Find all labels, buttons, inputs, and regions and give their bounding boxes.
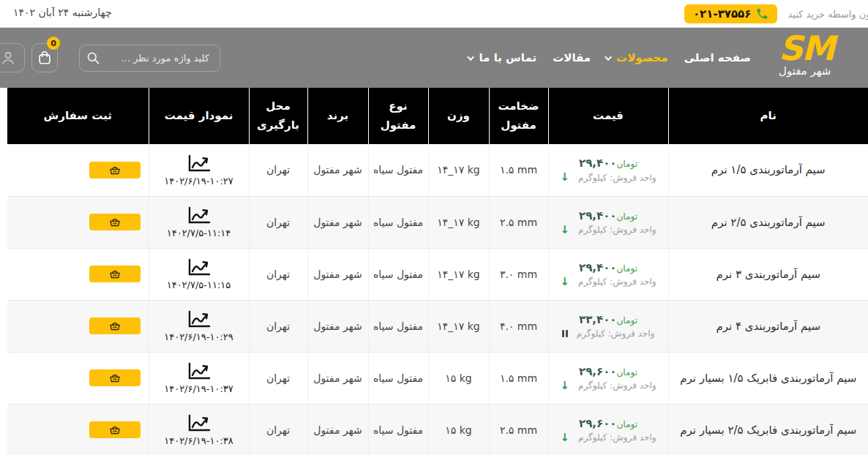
line-chart-icon — [185, 257, 213, 277]
price-chart-link[interactable]: ۱۴۰۲/۶/۱۹-۱۰:۳۷ — [152, 361, 246, 394]
chart-date: ۱۴۰۲/۷/۵-۱۱:۱۵ — [167, 279, 231, 290]
product-thickness: ۱.۵ mm — [489, 352, 548, 404]
price-chart-link[interactable]: ۱۴۰۲/۷/۵-۱۱:۱۵ — [152, 257, 246, 290]
logo-mark: SM — [779, 31, 868, 66]
product-name: سیم آرماتوربندی ۲/۵ نرم — [668, 196, 868, 248]
product-brand: شهر مفتول — [307, 144, 368, 196]
add-to-cart-button[interactable] — [89, 317, 141, 334]
product-type: مفتول سیاه — [368, 300, 428, 352]
header-type: نوع مفتول — [368, 88, 428, 144]
nav-item-products-label: محصولات — [616, 51, 668, 64]
product-type: مفتول سیاه — [368, 248, 428, 300]
header-chart: نمودار قیمت — [149, 88, 249, 144]
header-name: نام — [668, 88, 868, 144]
product-type: مفتول سیاه — [368, 144, 428, 196]
product-thickness: ۴.۰ mm — [489, 300, 548, 352]
chart-date: ۱۴۰۲/۶/۱۹-۱۰:۳۷ — [164, 383, 233, 394]
unit-label: واحد فروش: کیلوگرم — [578, 225, 656, 235]
trend-down-icon: ↓ — [560, 380, 569, 391]
product-weight: ۱۴_۱۷ kg — [428, 300, 489, 352]
price-value: ۲۹,۶۰۰ — [579, 417, 616, 430]
topbar-right: بدون واسطه خرید کنید ۰۲۱-۳۷۵۵۶ — [684, 0, 868, 28]
product-location: تهران — [249, 196, 307, 248]
trend-down-icon: ↓ — [560, 225, 569, 236]
person-icon — [0, 49, 17, 67]
line-chart-icon — [185, 413, 213, 433]
products-table-body: سیم آرماتوربندی ۱/۵ نرم تومان ۲۹,۴۰۰ واح… — [7, 144, 868, 455]
unit-label: واحد فروش: کیلوگرم — [578, 380, 656, 391]
price-value: ۲۹,۴۰۰ — [579, 157, 616, 170]
product-price-cell: تومان ۲۹,۶۰۰ واحد فروش: کیلوگرم ↓ — [548, 352, 668, 404]
chart-date: ۱۴۰۲/۶/۱۹-۱۰:۲۷ — [164, 176, 233, 187]
basket-icon — [109, 165, 121, 176]
basket-icon — [109, 217, 121, 228]
add-to-cart-button[interactable] — [89, 369, 141, 386]
product-brand: شهر مفتول — [307, 404, 368, 455]
table-row: سیم آرماتوربندی فابریک ۱/۵ بسیار نرم توم… — [7, 352, 868, 404]
add-to-cart-button[interactable] — [89, 162, 141, 178]
price-chart-link[interactable]: ۱۴۰۲/۶/۱۹-۱۰:۲۹ — [152, 309, 246, 342]
product-price-cell: تومان ۲۹,۴۰۰ واحد فروش: کیلوگرم ↓ — [548, 144, 668, 196]
add-to-cart-button[interactable] — [89, 421, 141, 438]
line-chart-icon — [185, 154, 213, 173]
price-chart-cell: ۱۴۰۲/۷/۵-۱۱:۱۵ — [149, 248, 249, 300]
logo[interactable]: SM شهر مفتول — [779, 31, 868, 78]
table-header-row: نام قیمت ضخامت مفتول وزن نوع مفتول برند … — [7, 88, 868, 144]
price-chart-link[interactable]: ۱۴۰۲/۷/۵-۱۱:۱۴ — [152, 206, 246, 238]
search-icon — [86, 51, 100, 65]
unit-label: واحد فروش: کیلوگرم — [578, 277, 656, 287]
price-value: ۳۳,۴۰۰ — [579, 313, 616, 326]
table-row: سیم آرماتوربندی ۴ نرم تومان ۳۳,۴۰۰ واحد … — [7, 300, 868, 352]
product-thickness: ۱.۵ mm — [489, 144, 548, 196]
price-chart-cell: ۱۴۰۲/۶/۱۹-۱۰:۲۹ — [149, 300, 249, 352]
price-value: ۲۹,۴۰۰ — [579, 261, 616, 274]
order-cell — [7, 196, 149, 248]
phone-badge[interactable]: ۰۲۱-۳۷۵۵۶ — [684, 4, 777, 23]
price-chart-link[interactable]: ۱۴۰۲/۶/۱۹-۱۰:۲۷ — [152, 154, 246, 187]
trend-flat-icon — [562, 330, 568, 337]
cart-count-badge: 0 — [47, 37, 60, 50]
nav-item-articles[interactable]: مقالات — [553, 51, 591, 64]
table-row: سیم آرماتوربندی فابریک ۲/۵ بسیار نرم توم… — [7, 404, 868, 455]
unit-label: واحد فروش: کیلوگرم — [578, 432, 656, 443]
nav-item-home[interactable]: صفحه اصلی — [684, 51, 751, 64]
header-order: ثبت سفارش — [7, 88, 149, 144]
product-type: مفتول سیاه — [368, 196, 428, 248]
header-price: قیمت — [548, 88, 668, 144]
promo-text: بدون واسطه خرید کنید — [787, 9, 868, 20]
nav-menu: صفحه اصلی محصولات مقالات تماس با ما — [469, 28, 751, 88]
product-price-cell: تومان ۲۹,۶۰۰ واحد فروش: کیلوگرم ↓ — [548, 404, 668, 455]
toman-label: تومان — [617, 315, 637, 326]
order-cell — [7, 404, 149, 455]
product-brand: شهر مفتول — [307, 300, 368, 352]
product-location: تهران — [249, 404, 307, 455]
product-name: سیم آرماتوربندی ۳ نرم — [668, 248, 868, 300]
search-box — [79, 45, 220, 72]
trend-down-icon: ↓ — [560, 172, 569, 183]
product-name: سیم آرماتوربندی ۱/۵ نرم — [668, 144, 868, 196]
unit-label: واحد فروش: کیلوگرم — [577, 328, 655, 339]
chevron-down-icon — [605, 53, 612, 61]
nav-actions: 0 — [0, 43, 220, 72]
product-brand: شهر مفتول — [307, 248, 368, 300]
price-chart-cell: ۱۴۰۲/۶/۱۹-۱۰:۲۷ — [149, 144, 249, 196]
add-to-cart-button[interactable] — [89, 214, 141, 230]
phone-number: ۰۲۱-۳۷۵۵۶ — [693, 7, 751, 20]
nav-item-contact-label: تماس با ما — [479, 51, 536, 64]
product-price-cell: تومان ۲۹,۴۰۰ واحد فروش: کیلوگرم ↓ — [548, 196, 668, 248]
price-chart-link[interactable]: ۱۴۰۲/۶/۱۹-۱۰:۳۸ — [152, 413, 246, 446]
price-chart-cell: ۱۴۰۲/۶/۱۹-۱۰:۳۸ — [149, 404, 249, 455]
product-location: تهران — [249, 248, 307, 300]
order-cell — [7, 352, 149, 404]
nav-item-products[interactable]: محصولات — [607, 51, 668, 64]
trend-down-icon: ↓ — [560, 432, 569, 443]
line-chart-icon — [185, 206, 213, 225]
product-type: مفتول سیاه — [368, 404, 428, 455]
add-to-cart-button[interactable] — [89, 266, 141, 282]
nav-item-contact[interactable]: تماس با ما — [469, 51, 536, 64]
account-button[interactable] — [0, 43, 25, 72]
price-value: ۲۹,۴۰۰ — [579, 209, 616, 222]
cart-button[interactable]: 0 — [31, 43, 58, 72]
order-cell — [7, 248, 149, 300]
basket-icon — [109, 424, 121, 435]
